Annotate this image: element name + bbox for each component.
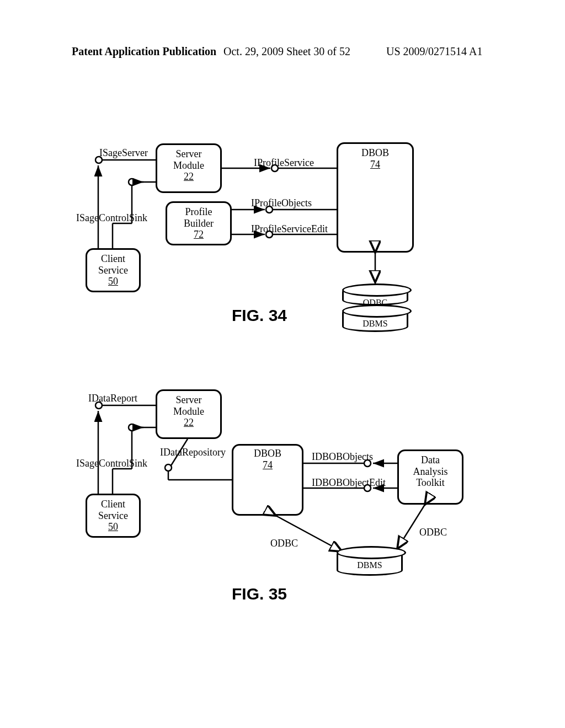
fig34-caption: FIG. 34	[232, 306, 287, 325]
fig34-client-service: Client Service 50	[86, 248, 141, 292]
server-module-title-35: Server Module	[173, 394, 204, 417]
dbob-title-35: DBOB	[254, 448, 281, 459]
svg-point-4	[129, 179, 135, 185]
label-isagecontrolsink-35: ISageControlSink	[76, 458, 147, 469]
fig35-dbms-cyl: DBMS	[337, 546, 403, 576]
server-module-title: Server Module	[173, 148, 204, 171]
fig35-server-module: Server Module 22	[156, 389, 222, 439]
label-isageserver: ISageServer	[99, 147, 148, 159]
svg-point-28	[165, 464, 172, 471]
label-iprofileserviceedit: IProfileServiceEdit	[251, 223, 328, 235]
label-isagecontrolsink: ISageControlSink	[76, 212, 147, 224]
fig35-data-analysis: Data Analysis Toolkit	[397, 449, 463, 505]
header-right: US 2009/0271514 A1	[386, 45, 482, 58]
client-service-title: Client Service	[98, 253, 128, 276]
client-service-num: 50	[108, 276, 118, 287]
dbob-title: DBOB	[361, 147, 389, 158]
fig34-dbms-cyl: DBMS	[342, 304, 408, 332]
data-analysis-title: Data Analysis Toolkit	[413, 454, 448, 488]
label-idatarepository: IDataRepository	[160, 447, 226, 458]
profile-builder-num: 72	[194, 229, 204, 240]
fig34-odbc-cyl: ODBC	[342, 283, 408, 306]
connectors	[0, 0, 565, 728]
header-left: Patent Application Publication	[72, 45, 216, 58]
fig34-server-module: Server Module 22	[156, 143, 222, 193]
client-service-num-35: 50	[108, 521, 118, 532]
fig35-dbob: DBOB 74	[232, 444, 303, 516]
label-odbc-35b: ODBC	[419, 527, 447, 538]
dbob-num: 74	[370, 159, 380, 170]
server-module-num: 22	[184, 171, 194, 182]
label-iprofileobjects: IProfileObjects	[251, 197, 312, 209]
fig34-dbob: DBOB 74	[337, 142, 414, 253]
label-idbobobjectedit: IDBOBObjectEdit	[312, 477, 386, 489]
page: Patent Application Publication Oct. 29, …	[0, 0, 565, 728]
server-module-num-35: 22	[184, 417, 194, 428]
header-mid: Oct. 29, 2009 Sheet 30 of 52	[223, 45, 350, 58]
label-iprofileservice: IProfileService	[254, 157, 314, 169]
fig35-client-service: Client Service 50	[86, 494, 141, 538]
label-idbobobjects: IDBOBObjects	[312, 451, 373, 463]
label-idatareport: IDataReport	[88, 393, 137, 404]
svg-point-23	[129, 424, 135, 431]
fig35-caption: FIG. 35	[232, 585, 287, 603]
client-service-title-35: Client Service	[98, 499, 128, 521]
label-odbc-35a: ODBC	[270, 538, 298, 549]
profile-builder-title: Profile Builder	[184, 206, 214, 229]
dbob-num-35: 74	[263, 459, 273, 470]
fig34-profile-builder: Profile Builder 72	[166, 201, 232, 245]
